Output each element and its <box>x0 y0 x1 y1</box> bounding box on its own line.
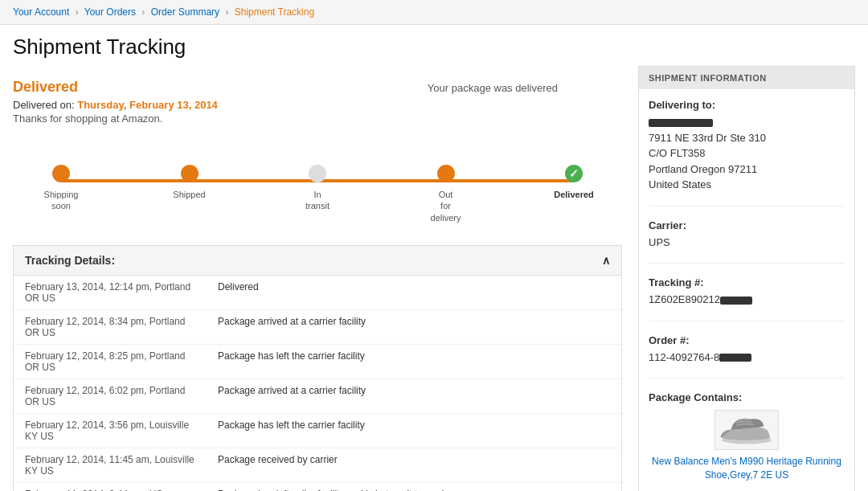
product-image <box>714 410 779 450</box>
shipment-info-header: SHIPMENT INFORMATION <box>639 67 854 89</box>
step-circle-1 <box>52 165 70 182</box>
delivering-to-section: Delivering to: 7911 NE 33rd Dr Ste 310 C… <box>649 99 845 207</box>
step-circle-4 <box>437 165 455 182</box>
package-contains-section: Package Contains: <box>649 391 845 491</box>
tracking-date: February 12, 2014, 6:02 pm, Portland OR … <box>14 379 207 414</box>
address-line-3: Portland Oregon 97211 <box>649 162 845 178</box>
chevron-up-icon: ∧ <box>602 254 610 267</box>
shoe-svg <box>715 410 778 450</box>
page-title: Shipment Tracking <box>0 25 868 66</box>
status-section: Delivered Delivered on: Thursday, Februa… <box>13 66 622 133</box>
tracking-date: February 11, 2014, 2:44 am, US <box>14 483 207 492</box>
tracking-event: Package has left the carrier facility <box>207 414 621 448</box>
left-panel: Delivered Delivered on: Thursday, Februa… <box>13 66 638 491</box>
breadcrumb-orders[interactable]: Your Orders <box>84 6 136 18</box>
tracking-num-section: Tracking #: 1Z602E890212 <box>649 276 845 321</box>
tracking-event: Package arrived at a carrier facility <box>207 310 621 345</box>
step-label-5: Delivered <box>554 189 594 200</box>
tracking-event: Delivered <box>207 276 621 310</box>
step-label-1: Shippingsoon <box>44 189 79 212</box>
checkmark-icon: ✓ <box>569 167 579 180</box>
carrier-value: UPS <box>649 235 845 251</box>
address-line-1: 7911 NE 33rd Dr Ste 310 <box>649 130 845 146</box>
table-row: February 13, 2014, 12:14 pm, Portland OR… <box>14 276 621 310</box>
tracking-date: February 13, 2014, 12:14 pm, Portland OR… <box>14 276 207 310</box>
tracking-event: Package has left seller facility and is … <box>207 483 621 492</box>
table-row: February 12, 2014, 6:02 pm, Portland OR … <box>14 379 621 414</box>
step-in-transit: Intransit <box>285 165 350 223</box>
right-panel: SHIPMENT INFORMATION Delivering to: 7911… <box>638 66 855 491</box>
breadcrumb-current: Shipment Tracking <box>235 6 314 18</box>
progress-bar: Shippingsoon Shipped Intransit Outfordel… <box>29 165 606 229</box>
step-shipped: Shipped <box>158 165 222 223</box>
step-circle-2 <box>181 165 199 182</box>
step-label-4: Outfordelivery <box>431 189 461 223</box>
tracking-date: February 12, 2014, 11:45 am, Louisville … <box>14 448 207 483</box>
shipment-info-body: Delivering to: 7911 NE 33rd Dr Ste 310 C… <box>639 89 854 491</box>
step-label-2: Shipped <box>173 189 205 200</box>
step-label-3: Intransit <box>305 189 330 212</box>
step-circle-3 <box>309 165 326 182</box>
tracking-num-value: 1Z602E890212 <box>649 292 845 308</box>
address-line-2: C/O FLT358 <box>649 145 845 162</box>
redacted-name <box>649 119 713 127</box>
order-num-section: Order #: 112-4092764-8 <box>649 334 845 379</box>
table-row: February 12, 2014, 8:25 pm, Portland OR … <box>14 345 621 379</box>
status-title: Delivered <box>13 79 218 96</box>
redacted-order <box>719 354 751 362</box>
table-row: February 12, 2014, 3:56 pm, Louisville K… <box>14 414 621 448</box>
step-out-for-delivery: Outfordelivery <box>414 165 478 223</box>
tracking-details: Tracking Details: ∧ February 13, 2014, 1… <box>13 245 622 491</box>
order-num-value: 112-4092764-8 <box>649 350 845 366</box>
tracking-event: Package received by carrier <box>207 448 621 483</box>
breadcrumb: Your Account › Your Orders › Order Summa… <box>0 0 868 25</box>
carrier-section: Carrier: UPS <box>649 219 845 264</box>
tracking-date: February 12, 2014, 8:34 pm, Portland OR … <box>14 310 207 345</box>
delivering-to-label: Delivering to: <box>649 99 845 111</box>
address-line-4: United States <box>649 177 845 193</box>
package-msg: Your package was delivered <box>428 82 558 94</box>
tracking-event: Package arrived at a carrier facility <box>207 379 621 414</box>
tracking-date: February 12, 2014, 3:56 pm, Louisville K… <box>14 414 207 448</box>
step-shipping-soon: Shippingsoon <box>29 165 93 223</box>
tracking-details-title: Tracking Details: <box>25 254 115 267</box>
step-delivered: ✓ Delivered <box>542 165 606 223</box>
breadcrumb-order-summary[interactable]: Order Summary <box>151 6 219 18</box>
breadcrumb-account[interactable]: Your Account <box>13 6 69 18</box>
redacted-tracking <box>720 297 752 305</box>
tracking-event: Package has left the carrier facility <box>207 345 621 379</box>
table-row: February 11, 2014, 2:44 am, USPackage ha… <box>14 483 621 492</box>
tracking-num-label: Tracking #: <box>649 276 845 288</box>
tracking-table: February 13, 2014, 12:14 pm, Portland OR… <box>14 276 621 491</box>
delivering-to-value: 7911 NE 33rd Dr Ste 310 C/O FLT358 Portl… <box>649 114 845 193</box>
delivered-date: Delivered on: Thursday, February 13, 201… <box>13 99 218 111</box>
step-circle-5: ✓ <box>565 165 583 182</box>
package-contains-label: Package Contains: <box>649 391 845 403</box>
order-num-label: Order #: <box>649 334 845 346</box>
table-row: February 12, 2014, 8:34 pm, Portland OR … <box>14 310 621 345</box>
progress-steps: Shippingsoon Shipped Intransit Outfordel… <box>29 165 606 223</box>
tracking-details-header[interactable]: Tracking Details: ∧ <box>14 246 621 276</box>
thanks-text: Thanks for shopping at Amazon. <box>13 113 218 125</box>
product-name-link[interactable]: New Balance Men's M990 Heritage Running … <box>649 455 845 482</box>
table-row: February 12, 2014, 11:45 am, Louisville … <box>14 448 621 483</box>
carrier-label: Carrier: <box>649 219 845 231</box>
tracking-date: February 12, 2014, 8:25 pm, Portland OR … <box>14 345 207 379</box>
delivered-date-value: Thursday, February 13, 2014 <box>77 99 218 111</box>
